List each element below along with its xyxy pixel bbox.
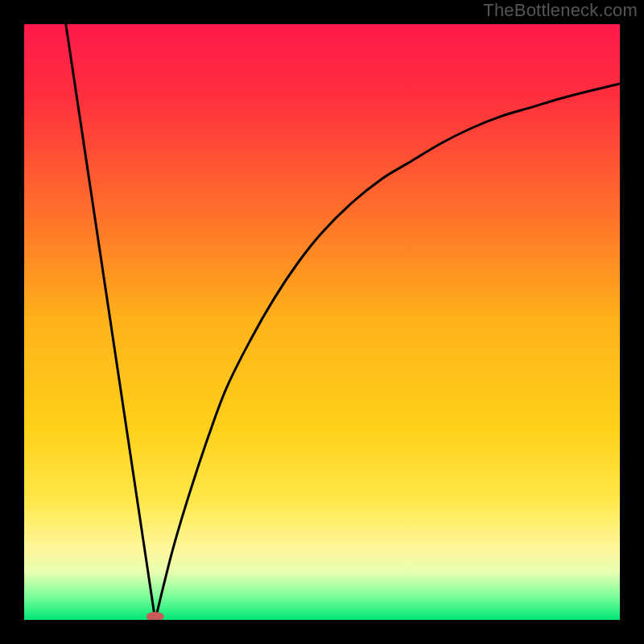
chart-background-gradient <box>24 24 620 620</box>
chart-container: TheBottleneck.com <box>0 0 644 644</box>
bottleneck-chart <box>24 24 620 620</box>
watermark-text: TheBottleneck.com <box>483 0 638 21</box>
plot-area <box>24 24 620 620</box>
